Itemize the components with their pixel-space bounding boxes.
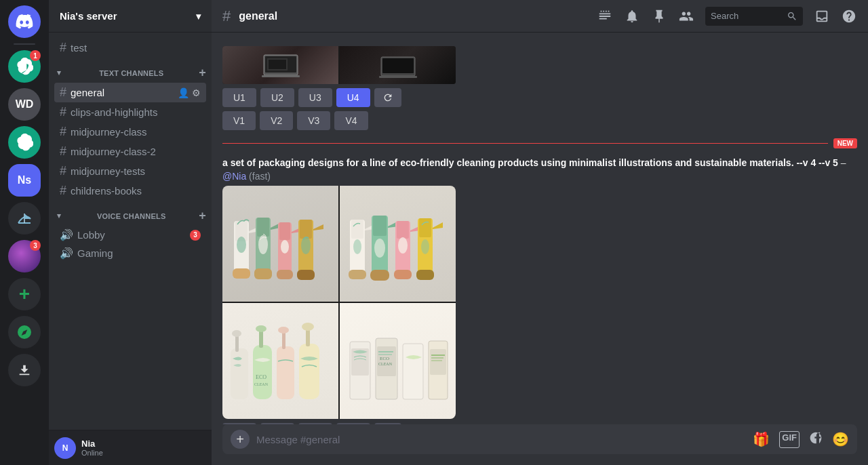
sticker-icon[interactable]	[809, 431, 823, 448]
add-channel-button[interactable]: +	[199, 66, 206, 80]
text-channels-header[interactable]: ▾ TEXT CHANNELS +	[49, 63, 212, 83]
chevron-down-icon: ▾	[196, 11, 201, 22]
svg-point-19	[281, 240, 289, 254]
server-icon-ns[interactable]: Ns	[8, 164, 41, 197]
add-voice-channel-button[interactable]: +	[199, 209, 206, 223]
svg-rect-2	[262, 75, 300, 77]
channel-name: clips-and-highlights	[71, 106, 201, 118]
separator: –	[841, 157, 846, 168]
voice-channels-header[interactable]: ▾ VOICE CHANNELS +	[49, 206, 212, 226]
download-button[interactable]	[8, 354, 41, 386]
svg-rect-41	[235, 335, 239, 352]
svg-rect-51	[299, 344, 319, 399]
channel-item-test[interactable]: # test	[54, 38, 206, 58]
members-icon[interactable]	[678, 8, 694, 24]
hash-icon: #	[60, 184, 66, 198]
svg-rect-44	[259, 330, 263, 348]
svg-rect-62	[403, 344, 423, 399]
server-icon-purple[interactable]: 3	[8, 240, 41, 272]
eco-image-grid: ECO CLEAN	[222, 186, 456, 419]
svg-rect-52	[306, 328, 310, 346]
svg-rect-13	[257, 218, 269, 237]
message-text: a set of packaging designs for a line of…	[222, 157, 857, 183]
v3-button[interactable]: V3	[297, 111, 330, 130]
channel-item-clips[interactable]: # clips-and-highlights	[54, 102, 206, 122]
collapse-icon: ▾	[57, 68, 61, 77]
upscale-button-row-1: U1 U2 U3 U4	[222, 88, 456, 107]
channel-item-childrens[interactable]: # childrens-books	[54, 181, 206, 201]
server-name: Nia's server	[60, 10, 117, 22]
eco-image-tr	[340, 186, 456, 302]
svg-point-39	[421, 239, 429, 254]
u2-button[interactable]: U2	[260, 88, 294, 107]
voice-channel-lobby[interactable]: 🔊 Lobby 3	[54, 226, 206, 244]
v4-button[interactable]: V4	[334, 111, 368, 130]
v1-button[interactable]: V1	[222, 111, 256, 130]
pinned-messages-icon[interactable]	[651, 8, 667, 24]
notifications-icon[interactable]	[624, 8, 640, 24]
svg-rect-38	[416, 270, 434, 280]
hash-icon: #	[60, 125, 66, 139]
svg-rect-33	[397, 221, 409, 239]
server-icon-list: 1 WD Ns 3 +	[0, 0, 49, 465]
search-bar[interactable]: Search	[705, 7, 803, 26]
channel-item-mj-class[interactable]: # midjourney-class	[54, 122, 206, 142]
svg-rect-18	[277, 270, 293, 279]
inbox-icon[interactable]	[814, 8, 830, 24]
message-input[interactable]: Message #general	[256, 434, 746, 445]
discovery-button[interactable]	[8, 316, 41, 348]
server-icon-openai1[interactable]: 1	[8, 50, 41, 83]
help-icon[interactable]	[841, 8, 857, 24]
search-placeholder: Search	[711, 11, 783, 21]
svg-rect-26	[349, 270, 366, 279]
refresh-button-1[interactable]	[374, 88, 401, 107]
svg-rect-30	[370, 270, 389, 281]
message-group-2: a set of packaging designs for a line of…	[212, 154, 868, 424]
speaker-icon: 🔊	[60, 228, 73, 241]
u1-button[interactable]: U1	[222, 88, 256, 107]
text-channels-label: TEXT CHANNELS	[99, 69, 163, 77]
u3-button[interactable]: U3	[298, 88, 332, 107]
discord-home-button[interactable]	[8, 5, 41, 38]
gift-icon[interactable]: 🎁	[753, 431, 770, 448]
svg-rect-21	[300, 220, 312, 239]
voice-channel-name: Lobby	[77, 229, 186, 241]
message-input-area: + Message #general 🎁 GIF 😊	[212, 424, 868, 465]
image-cell-1	[222, 46, 338, 84]
channel-item-mj-class-2[interactable]: # midjourney-class-2	[54, 142, 206, 161]
add-server-button[interactable]: +	[8, 278, 41, 310]
eco-image-br: ECO CLEAN	[340, 303, 456, 419]
v2-button[interactable]: V2	[260, 111, 293, 130]
notification-badge-3: 3	[30, 240, 41, 251]
image-cell-2	[340, 46, 456, 84]
svg-point-42	[232, 330, 241, 337]
server-icon-ship[interactable]	[8, 202, 41, 235]
mention[interactable]: @Nia	[222, 171, 246, 182]
channel-item-mj-tests[interactable]: # midjourney-tests	[54, 161, 206, 181]
header-icons: Search	[597, 7, 857, 26]
image-partial	[222, 46, 456, 84]
server-header[interactable]: Nia's server ▾	[49, 0, 212, 33]
channel-name: midjourney-tests	[71, 165, 201, 177]
speed: (fast)	[249, 171, 271, 182]
channel-hash-icon: #	[222, 7, 231, 25]
new-message-divider: NEW	[212, 136, 868, 151]
eco-image-bl: ECO CLEAN	[222, 303, 338, 419]
u4-button[interactable]: U4	[336, 88, 370, 107]
channel-list: # test ▾ TEXT CHANNELS + # general 👤 ⚙ #…	[49, 33, 212, 430]
server-icon-wd[interactable]: WD	[8, 88, 41, 121]
server-icon-openai2[interactable]	[8, 126, 41, 159]
messages-area: U1 U2 U3 U4 V1 V2 V3 V4 NEW	[212, 33, 868, 424]
hash-icon: #	[60, 144, 66, 159]
add-attachment-button[interactable]: +	[231, 430, 250, 449]
gif-icon[interactable]: GIF	[779, 431, 800, 448]
notification-badge: 1	[30, 50, 41, 61]
svg-point-31	[374, 239, 385, 258]
threads-icon[interactable]	[597, 8, 613, 24]
emoji-icon[interactable]: 😊	[832, 431, 849, 448]
channel-item-general[interactable]: # general 👤 ⚙	[54, 83, 206, 102]
server-icon-ns-label: Ns	[18, 174, 31, 186]
channel-sidebar: Nia's server ▾ # test ▾ TEXT CHANNELS + …	[49, 0, 212, 465]
voice-channel-gaming[interactable]: 🔊 Gaming	[54, 244, 206, 262]
svg-point-35	[398, 237, 408, 254]
